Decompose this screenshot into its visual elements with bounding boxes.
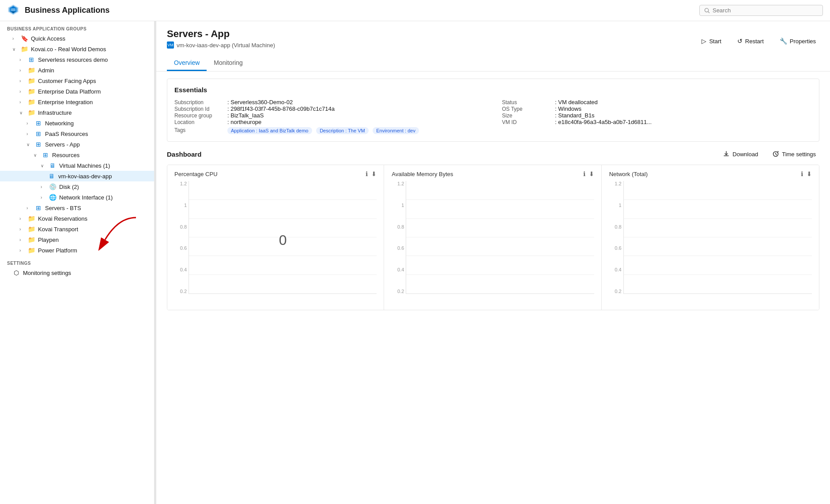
tab-overview[interactable]: Overview bbox=[167, 56, 207, 71]
sidebar-item-infrastructure[interactable]: ∨ 📁 Infrastructure bbox=[0, 107, 154, 118]
logo-icon bbox=[7, 4, 19, 17]
chevron-icon: › bbox=[41, 184, 46, 189]
properties-label: Properties bbox=[790, 38, 816, 45]
start-label: Start bbox=[709, 38, 721, 45]
resource-title-row: Servers - App VM vm-kov-iaas-dev-app (Vi… bbox=[167, 28, 819, 54]
sidebar-item-servers-app[interactable]: ∨ ⊞ Servers - App bbox=[0, 139, 154, 150]
chart-zero-value: 0 bbox=[279, 232, 287, 248]
app-title: Business Applications bbox=[25, 6, 109, 15]
sidebar: BUSINESS APPLICATION GROUPS › 🔖 Quick Ac… bbox=[0, 21, 155, 504]
sidebar-item-virtual-machines[interactable]: ∨ 🖥 Virtual Machines (1) bbox=[0, 160, 154, 171]
essentials-row-vm-id: VM ID : e18c40fa-96a3-4a5b-a0b7-1d6811..… bbox=[502, 119, 812, 125]
folder-icon: 📁 bbox=[27, 67, 35, 74]
sidebar-item-label: Quick Access bbox=[31, 35, 65, 42]
sidebar-item-networking[interactable]: › ⊞ Networking bbox=[0, 118, 154, 128]
chart-download-icon[interactable]: ⬇ bbox=[807, 170, 812, 177]
sidebar-item-network-interface[interactable]: › 🌐 Network Interface (1) bbox=[0, 192, 154, 203]
sidebar-item-enterprise-integration[interactable]: › 📁 Enterprise Integration bbox=[0, 97, 154, 107]
chevron-icon: › bbox=[19, 57, 25, 62]
download-button[interactable]: Download bbox=[719, 149, 762, 159]
chart-cpu-y-labels: 1.2 1 0.8 0.6 0.4 0.2 bbox=[174, 181, 187, 294]
search-input[interactable] bbox=[713, 7, 818, 14]
chart-cpu-area: 1.2 1 0.8 0.6 0.4 0.2 0 bbox=[174, 181, 377, 305]
chart-info-icon[interactable]: ℹ bbox=[583, 170, 585, 177]
sidebar-item-kovai-reservations[interactable]: › 📁 Kovai Reservations bbox=[0, 213, 154, 224]
folder-icon: 📁 bbox=[27, 215, 35, 222]
resource-icon: ⊞ bbox=[34, 130, 42, 137]
sidebar-item-disk[interactable]: › 💿 Disk (2) bbox=[0, 181, 154, 192]
chart-network-area: 1.2 1 0.8 0.6 0.4 0.2 bbox=[609, 181, 812, 305]
disk-icon: 💿 bbox=[49, 183, 57, 190]
essentials-label: Status bbox=[502, 99, 555, 105]
essentials-label: Resource group bbox=[174, 113, 227, 119]
sidebar-item-label: Customer Facing Apps bbox=[38, 78, 96, 84]
sidebar-item-label: vm-kov-iaas-dev-app bbox=[58, 173, 112, 180]
essentials-value: : Windows bbox=[555, 105, 581, 112]
sidebar-item-resources[interactable]: ∨ ⊞ Resources bbox=[0, 150, 154, 160]
essentials-label: Size bbox=[502, 113, 555, 119]
resource-subtitle: VM vm-kov-iaas-dev-app (Virtual Machine) bbox=[167, 41, 275, 49]
restart-button[interactable]: ↺ Restart bbox=[734, 36, 767, 46]
sidebar-item-label: Monitoring settings bbox=[23, 270, 71, 276]
resource-icon: ⊞ bbox=[34, 141, 42, 148]
chevron-icon: › bbox=[26, 121, 32, 126]
folder-icon: 📁 bbox=[27, 98, 35, 105]
sidebar-item-label: Power Platform bbox=[38, 247, 77, 254]
tab-monitoring[interactable]: Monitoring bbox=[207, 56, 249, 71]
sidebar-item-admin[interactable]: › 📁 Admin bbox=[0, 65, 154, 75]
time-settings-icon bbox=[772, 150, 779, 158]
network-icon: 🌐 bbox=[49, 194, 57, 201]
chart-info-icon[interactable]: ℹ bbox=[366, 170, 368, 177]
svg-line-4 bbox=[708, 11, 709, 13]
folder-icon: 📁 bbox=[27, 77, 35, 84]
essentials-value: : BizTalk_IaaS bbox=[227, 112, 264, 119]
download-icon bbox=[723, 150, 730, 158]
chart-download-icon[interactable]: ⬇ bbox=[371, 170, 377, 177]
chart-memory-icons: ℹ ⬇ bbox=[583, 170, 594, 177]
folder-icon: 📁 bbox=[27, 247, 35, 254]
sidebar-item-power-platform[interactable]: › 📁 Power Platform bbox=[0, 245, 154, 256]
sidebar-item-monitoring-settings[interactable]: ⬡ Monitoring settings bbox=[0, 267, 154, 278]
sidebar-item-servers-bts[interactable]: › ⊞ Servers - BTS bbox=[0, 203, 154, 213]
time-settings-button[interactable]: Time settings bbox=[769, 149, 819, 159]
properties-button[interactable]: 🔧 Properties bbox=[776, 36, 819, 46]
essentials-row-tags: Tags Application : IaaS and BizTalk demo… bbox=[174, 127, 484, 134]
y-label: 0.2 bbox=[392, 289, 404, 294]
sidebar-item-customer-facing[interactable]: › 📁 Customer Facing Apps bbox=[0, 75, 154, 86]
tag-chip-description: Description : The VM bbox=[316, 127, 369, 134]
essentials-value: : e18c40fa-96a3-4a5b-a0b7-1d6811... bbox=[555, 119, 652, 125]
sidebar-item-kovai-demos[interactable]: ∨ 📁 Kovai.co - Real World Demos bbox=[0, 44, 154, 54]
folder-icon: 📁 bbox=[20, 45, 28, 53]
chart-info-icon[interactable]: ℹ bbox=[801, 170, 803, 177]
start-button[interactable]: ▷ Start bbox=[698, 36, 724, 46]
y-label: 0.8 bbox=[609, 224, 622, 229]
essentials-row-resource-group: Resource group : BizTalk_IaaS bbox=[174, 112, 484, 119]
sidebar-item-serverless[interactable]: › ⊞ Serverless resources demo bbox=[0, 54, 154, 65]
time-settings-label: Time settings bbox=[782, 151, 816, 158]
essentials-row-status: Status : VM deallocated bbox=[502, 99, 812, 105]
sidebar-item-label: Enterprise Integration bbox=[38, 99, 93, 105]
download-label: Download bbox=[732, 151, 758, 158]
sidebar-item-playpen[interactable]: › 📁 Playpen bbox=[0, 234, 154, 245]
tag-chip-application: Application : IaaS and BizTalk demo bbox=[227, 127, 312, 134]
sidebar-item-label: Networking bbox=[45, 120, 74, 127]
chart-download-icon[interactable]: ⬇ bbox=[589, 170, 594, 177]
chevron-icon: › bbox=[12, 36, 18, 41]
search-box[interactable] bbox=[699, 5, 823, 16]
y-label: 0.4 bbox=[174, 267, 187, 272]
sidebar-item-vm-kov[interactable]: 🖥 vm-kov-iaas-dev-app bbox=[0, 171, 154, 181]
chart-cpu-icons: ℹ ⬇ bbox=[366, 170, 377, 177]
chart-memory-y-labels: 1.2 1 0.8 0.6 0.4 0.2 bbox=[392, 181, 404, 294]
vm-subtitle-icon: VM bbox=[167, 41, 174, 49]
sidebar-item-enterprise-data[interactable]: › 📁 Enterprise Data Platform bbox=[0, 86, 154, 97]
main-content: Servers - App VM vm-kov-iaas-dev-app (Vi… bbox=[156, 21, 830, 504]
sidebar-item-paas[interactable]: › ⊞ PaaS Resources bbox=[0, 128, 154, 139]
sidebar-item-kovai-transport[interactable]: › 📁 Kovai Transport bbox=[0, 224, 154, 234]
essentials-value: : 298f1f43-03f7-445b-8768-c09b7c1c714a bbox=[227, 105, 335, 112]
y-label: 0.8 bbox=[174, 224, 187, 229]
restart-label: Restart bbox=[745, 38, 764, 45]
essentials-row-location: Location : northeurope bbox=[174, 119, 484, 125]
quick-access-icon: 🔖 bbox=[20, 35, 28, 42]
sidebar-item-label: Serverless resources demo bbox=[38, 56, 108, 63]
sidebar-item-quick-access[interactable]: › 🔖 Quick Access bbox=[0, 33, 154, 44]
